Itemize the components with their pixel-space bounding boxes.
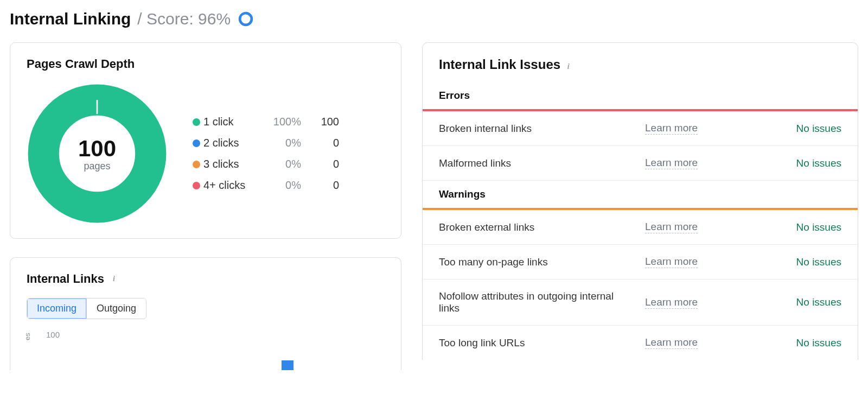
legend-pct: 0% (263, 158, 301, 170)
learn-more-link[interactable]: Learn more (645, 157, 698, 169)
learn-more-link[interactable]: Learn more (645, 221, 698, 233)
issue-name: Nofollow attributes in outgoing internal… (439, 290, 634, 314)
issue-status: No issues (796, 256, 841, 268)
issue-row: Malformed links Learn more No issues (423, 146, 858, 181)
legend-row: 1 click 100% 100 (193, 111, 385, 132)
issue-row: Too long link URLs Learn more No issues (423, 326, 858, 360)
legend-label: 1 click (203, 116, 263, 128)
score-label: / Score: 96% (137, 10, 231, 28)
issue-name: Broken internal links (439, 123, 634, 135)
legend-pct: 0% (263, 137, 301, 149)
chart-bar (282, 360, 293, 370)
issues-section-warnings: Warnings (423, 181, 858, 208)
score-ring-icon (238, 11, 253, 27)
issues-section-errors: Errors (423, 82, 858, 109)
crawl-depth-card: Pages Crawl Depth 100 pages 1 click (10, 42, 401, 239)
issue-row: Broken external links Learn more No issu… (423, 210, 858, 245)
legend-count: 0 (301, 158, 339, 170)
internal-links-title-text: Internal Links (27, 272, 104, 286)
issue-status: No issues (796, 123, 841, 135)
legend-label: 3 clicks (203, 158, 263, 170)
legend-row: 3 clicks 0% 0 (193, 154, 385, 175)
issues-title-text: Internal Link Issues (439, 57, 560, 72)
issue-row: Broken internal links Learn more No issu… (423, 111, 858, 146)
legend-count: 0 (301, 137, 339, 149)
legend-label: 2 clicks (203, 137, 263, 149)
issue-status: No issues (796, 221, 841, 233)
crawl-depth-title: Pages Crawl Depth (27, 57, 385, 71)
issue-status: No issues (796, 296, 841, 308)
issue-name: Broken external links (439, 221, 634, 233)
legend-dot-icon (193, 161, 200, 168)
page-title: Internal Linking (10, 10, 131, 28)
chart-y-axis-label: es (23, 333, 31, 340)
legend-dot-icon (193, 139, 200, 147)
legend-dot-icon (193, 118, 200, 126)
crawl-depth-legend: 1 click 100% 100 2 clicks 0% 0 3 clicks … (193, 111, 385, 196)
legend-count: 0 (301, 179, 339, 192)
issue-row: Nofollow attributes in outgoing internal… (423, 280, 858, 326)
legend-label: 4+ clicks (203, 179, 263, 192)
issue-name: Too many on-page links (439, 256, 634, 268)
chart-y-tick: 100 (46, 330, 60, 339)
issues-title: Internal Link Issues i (423, 57, 858, 82)
legend-pct: 100% (263, 116, 301, 128)
donut-center-value: 100 (78, 136, 116, 162)
crawl-depth-donut: 100 pages (27, 83, 168, 224)
legend-row: 4+ clicks 0% 0 (193, 175, 385, 196)
info-icon[interactable]: i (110, 275, 118, 283)
issue-status: No issues (796, 337, 841, 349)
learn-more-link[interactable]: Learn more (645, 336, 698, 349)
internal-links-chart: es 100 (27, 332, 385, 370)
legend-row: 2 clicks 0% 0 (193, 132, 385, 154)
tab-outgoing[interactable]: Outgoing (86, 299, 146, 319)
issue-status: No issues (796, 157, 841, 169)
legend-count: 100 (301, 116, 339, 128)
internal-links-tabs: Incoming Outgoing (27, 298, 146, 319)
tab-incoming[interactable]: Incoming (27, 299, 86, 319)
info-icon[interactable]: i (564, 62, 573, 71)
legend-dot-icon (193, 182, 200, 189)
internal-links-card: Internal Links i Incoming Outgoing es 10… (10, 257, 401, 370)
learn-more-link[interactable]: Learn more (645, 256, 698, 268)
donut-center-label: pages (84, 161, 110, 172)
issues-card: Internal Link Issues i Errors Broken int… (422, 42, 858, 360)
issue-row: Too many on-page links Learn more No iss… (423, 245, 858, 280)
issue-name: Malformed links (439, 157, 634, 169)
issue-name: Too long link URLs (439, 337, 634, 349)
internal-links-title: Internal Links i (27, 272, 385, 286)
learn-more-link[interactable]: Learn more (645, 122, 698, 135)
learn-more-link[interactable]: Learn more (645, 296, 698, 309)
page-header: Internal Linking / Score: 96% (10, 10, 858, 28)
svg-point-1 (240, 13, 252, 25)
legend-pct: 0% (263, 179, 301, 192)
